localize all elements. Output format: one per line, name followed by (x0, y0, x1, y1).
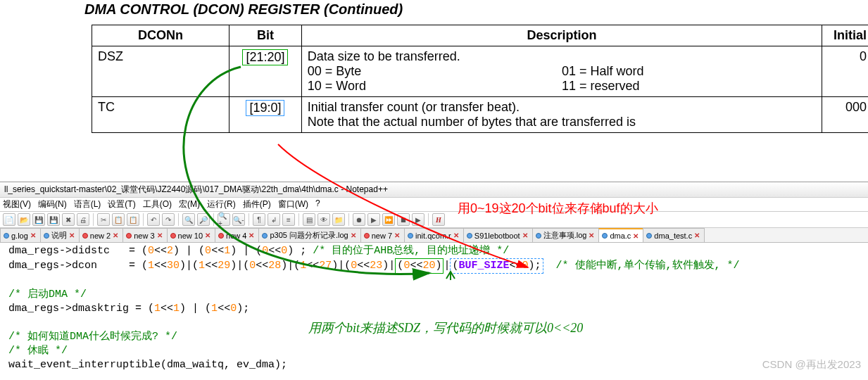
close-icon[interactable]: ✕ (522, 232, 528, 239)
close-icon[interactable]: ✕ (30, 232, 36, 239)
close-icon[interactable]: ✕ (694, 232, 700, 239)
toolbar-button[interactable]: 💾 (47, 213, 60, 226)
menu-bar[interactable]: 视图(V) 编码(N) 语言(L) 设置(T) 工具(O) 宏(M) 运行(R)… (0, 198, 868, 212)
toolbar-button[interactable]: ≡ (282, 213, 295, 226)
toolbar-button[interactable]: ✖ (62, 213, 75, 226)
file-status-icon (602, 233, 608, 239)
tab-bar: g.log✕说明✕new 2✕new 3✕new 10✕new 4✕p305 问… (0, 228, 868, 243)
tab-label: new 3 (134, 232, 154, 240)
tab[interactable]: g.log✕ (0, 228, 41, 242)
row-initial: 000 (822, 97, 868, 133)
tab[interactable]: new 4✕ (215, 228, 259, 242)
code-editor[interactable]: dma_regs->didstc = (0<<2) | (0<<1) | (0<… (0, 243, 868, 374)
toolbar-button[interactable]: ▶ (412, 213, 424, 226)
close-icon[interactable]: ✕ (157, 232, 163, 239)
toolbar: 📄 📂 💾 💾 ✖ 🖨 ✂ 📋 📋 ↶ ↷ 🔍 🔎 🔍+ 🔍- ¶ ↲ ≡ ▤ … (0, 212, 868, 228)
tab[interactable]: 注意事项.log✕ (532, 228, 600, 242)
table-row-dsz: DSZ [21:20] Data size to be transferred.… (92, 46, 869, 97)
close-icon[interactable]: ✕ (249, 232, 254, 239)
toolbar-button[interactable]: 🔎 (197, 213, 210, 226)
toolbar-button[interactable]: ↶ (147, 213, 160, 226)
toolbar-button[interactable]: 📄 (3, 213, 15, 226)
close-icon[interactable]: ✕ (453, 232, 459, 239)
th-name: DCONn (92, 25, 229, 46)
tab[interactable]: 说明✕ (40, 228, 80, 242)
notepad-window: ll_series_quickstart-master\02_课堂代码\JZ24… (0, 182, 868, 380)
register-table: DCONn Bit Description Initial DSZ [21:20… (92, 25, 868, 133)
menu-item[interactable]: 插件(P) (243, 198, 271, 210)
toolbar-separator (348, 213, 349, 226)
tab[interactable]: new 10✕ (167, 228, 215, 242)
toolbar-button[interactable]: ¶ (253, 213, 265, 226)
tab-label: new 7 (372, 232, 392, 240)
tab-label: new 10 (178, 232, 203, 240)
close-icon[interactable]: ✕ (394, 232, 400, 239)
bit-range-dsz: [21:20] (242, 49, 288, 65)
file-status-icon (44, 233, 49, 239)
tab[interactable]: p305 问题分析记录.log✕ (258, 228, 360, 242)
toolbar-button[interactable]: 🔍 (182, 213, 195, 226)
toolbar-separator (143, 213, 144, 226)
menu-item[interactable]: 宏(M) (179, 198, 200, 210)
row-desc: Data size to be transferred. 00 = Byte 0… (301, 46, 822, 97)
tab-label: 注意事项.log (543, 230, 587, 241)
tab[interactable]: S91lebotboot✕ (463, 228, 533, 242)
toolbar-button[interactable]: 🖨 (77, 213, 89, 226)
toolbar-button[interactable]: 🔍+ (218, 213, 230, 226)
menu-item[interactable]: 设置(T) (108, 198, 135, 210)
toolbar-separator (428, 213, 429, 226)
file-status-icon (536, 233, 541, 239)
toolbar-separator (178, 213, 179, 226)
window-title: ll_series_quickstart-master\02_课堂代码\JZ24… (0, 182, 868, 198)
toolbar-button[interactable]: 📂 (18, 213, 30, 226)
close-icon[interactable]: ✕ (589, 232, 594, 239)
tab-label: dma.c (610, 232, 631, 240)
tab-label: dma_test.c (654, 232, 692, 240)
toolbar-button[interactable]: H (432, 213, 445, 226)
tab-label: p305 问题分析记录.log (270, 230, 348, 241)
toolbar-button[interactable]: ⏩ (382, 213, 395, 226)
tab-label: 说明 (51, 230, 67, 241)
menu-item[interactable]: 工具(O) (143, 198, 172, 210)
doc-title: DMA CONTROL (DCON) REGISTER (Continued) (84, 1, 861, 18)
menu-item[interactable]: 编码(N) (38, 198, 67, 210)
tab[interactable]: new 3✕ (122, 228, 167, 242)
datasheet-section: DMA CONTROL (DCON) REGISTER (Continued) … (0, 0, 868, 133)
menu-item[interactable]: 运行(R) (207, 198, 236, 210)
toolbar-button[interactable]: 📁 (332, 213, 345, 226)
toolbar-button[interactable]: ▶ (367, 213, 380, 226)
close-icon[interactable]: ✕ (351, 232, 356, 239)
toolbar-button[interactable]: ⏹ (397, 213, 410, 226)
tab-label: g.log (11, 232, 28, 240)
tab[interactable]: new 7✕ (360, 228, 405, 242)
th-initial: Initial (822, 25, 868, 46)
toolbar-separator (93, 213, 94, 226)
toolbar-button[interactable]: 👁 (317, 213, 330, 226)
tab[interactable]: init.qcom.r✕ (404, 228, 464, 242)
close-icon[interactable]: ✕ (205, 232, 210, 239)
file-status-icon (646, 233, 652, 239)
row-initial: 0 (822, 46, 868, 97)
toolbar-button[interactable]: ↷ (162, 213, 175, 226)
toolbar-button[interactable]: ✂ (97, 213, 110, 226)
close-icon[interactable]: ✕ (113, 232, 118, 239)
watermark: CSDN @再出发2023 (762, 358, 861, 372)
tab[interactable]: new 2✕ (79, 228, 123, 242)
row-desc: Initial transfer count (or transfer beat… (301, 97, 822, 133)
menu-item[interactable]: 视图(V) (3, 198, 31, 210)
tab[interactable]: dma.c✕ (598, 228, 643, 242)
toolbar-button[interactable]: 📋 (112, 213, 125, 226)
toolbar-button[interactable]: ▤ (303, 213, 315, 226)
toolbar-button[interactable]: 🔍- (232, 213, 245, 226)
menu-item[interactable]: 语言(L) (74, 198, 101, 210)
toolbar-button[interactable]: 💾 (32, 213, 45, 226)
tab[interactable]: dma_test.c✕ (643, 228, 705, 242)
menu-item[interactable]: 窗口(W) (278, 198, 308, 210)
toolbar-button[interactable]: ⏺ (353, 213, 365, 226)
tab-label: new 4 (226, 232, 246, 240)
menu-item[interactable]: ? (315, 198, 320, 210)
toolbar-button[interactable]: 📋 (127, 213, 139, 226)
close-icon[interactable]: ✕ (69, 232, 75, 239)
toolbar-button[interactable]: ↲ (268, 213, 280, 226)
close-icon[interactable]: ✕ (633, 232, 639, 240)
